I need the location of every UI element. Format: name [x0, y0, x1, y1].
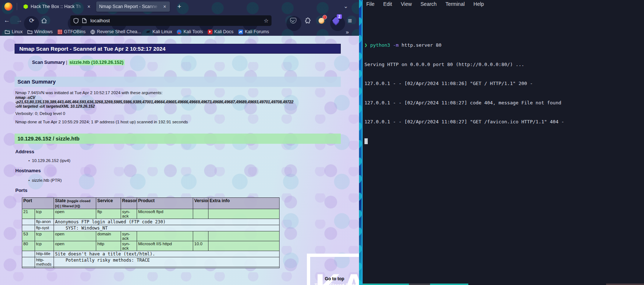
- script-row-ftp-anon: ftp-anon Anonymous FTP login allowed (FT…: [22, 219, 280, 225]
- extension-wappalyzer-button[interactable]: 2: [332, 17, 340, 25]
- scan-summary-heading: Scan Summary: [15, 77, 341, 87]
- terminal-menubar: File Edit View Search Terminal Help: [363, 0, 644, 8]
- script-row-ftp-syst: ftp-syst SYST: Windows_NT: [22, 225, 280, 231]
- nmap-done-line: Nmap done at Tue Apr 2 10:55:29 2024; 1 …: [15, 120, 188, 124]
- bookmark-kali-linux[interactable]: Kali Linux: [146, 29, 172, 34]
- script-id: http-title: [35, 251, 54, 257]
- list-tabs-icon[interactable]: ⌄: [343, 3, 348, 9]
- col-extra: Extra info: [208, 198, 280, 209]
- tab-hack-the-box[interactable]: Hack The Box :: Hack Th ×: [20, 1, 94, 12]
- tab-close-icon[interactable]: ×: [87, 4, 91, 9]
- reason-cell: syn-ack: [121, 209, 137, 219]
- bookmark-label: Windows: [34, 29, 53, 34]
- app-menu-button[interactable]: ≡: [346, 17, 354, 25]
- address-heading: Address: [15, 149, 34, 154]
- col-state: State (toggle closed [0] | filtered [0]): [54, 198, 96, 209]
- tab-title: Nmap Scan Report - Scanne: [99, 4, 160, 9]
- bookmark-reverse-shell[interactable]: Reverse Shell Chea...: [90, 29, 141, 34]
- version-cell: 10.0: [193, 241, 208, 251]
- port-cell: 21: [22, 209, 35, 219]
- extra-cell: [208, 241, 280, 251]
- menu-view[interactable]: View: [401, 1, 412, 7]
- pocket-icon: [290, 18, 296, 23]
- service-cell: domain: [96, 231, 121, 241]
- report-nav: Scan Summary|sizzle.htb (10.129.26.152): [32, 60, 125, 65]
- hostname-item: sizzle.htb (PTR): [28, 178, 62, 182]
- bookmark-folder-linux[interactable]: Linux: [5, 29, 23, 34]
- version-cell: [193, 231, 208, 241]
- empty-cell: [22, 219, 35, 225]
- home-button[interactable]: [39, 15, 50, 26]
- menu-edit[interactable]: Edit: [383, 1, 392, 7]
- product-cell: Microsoft IIS httpd: [137, 241, 193, 251]
- port-cell: 80: [22, 241, 35, 251]
- url-input[interactable]: localhost: [90, 18, 264, 23]
- menu-file[interactable]: File: [366, 1, 375, 7]
- terminal-screen[interactable]: ❯ python3 -m http.server 80 Serving HTTP…: [364, 29, 643, 157]
- bookmark-folder-windows[interactable]: Windows: [27, 29, 53, 34]
- terminal-cursor: [364, 138, 368, 144]
- menu-terminal[interactable]: Terminal: [445, 1, 465, 7]
- extension-badge: 2: [337, 14, 342, 19]
- gtfobins-icon: [58, 30, 62, 34]
- script-id: ftp-anon: [35, 219, 54, 225]
- clipped-row: [22, 267, 280, 268]
- forward-button[interactable]: →: [14, 15, 25, 26]
- script-row-http-title: http-title Site doesn't have a title (te…: [22, 251, 280, 257]
- globe-icon: [90, 30, 95, 34]
- back-button[interactable]: ←: [1, 15, 12, 26]
- scan-intro: Nmap 7.94SVN was initiated at Tue Apr 2 …: [15, 90, 163, 95]
- address-item: 10.129.26.152 (ipv4): [28, 158, 70, 163]
- menu-search[interactable]: Search: [421, 1, 437, 7]
- bookmark-kali-docs[interactable]: Kali Docs: [208, 29, 234, 34]
- extra-cell: [208, 231, 280, 241]
- account-button[interactable]: [317, 17, 325, 25]
- col-service: Service: [96, 198, 121, 209]
- panel-peek-strip: [606, 284, 644, 285]
- firefox-icon[interactable]: [4, 3, 12, 11]
- bookmark-kali-forums[interactable]: Kali Forums: [238, 29, 269, 34]
- command-args: http.server 80: [402, 42, 442, 48]
- kali-tools-icon: [177, 30, 182, 34]
- bookmark-kali-tools[interactable]: Kali Tools: [177, 29, 203, 34]
- go-to-top-link[interactable]: Go to top: [313, 276, 356, 281]
- menu-help[interactable]: Help: [473, 1, 484, 7]
- toggle-closed-ports-link[interactable]: Toggle Closed Ports: [308, 283, 359, 285]
- terminal-line: 127.0.0.1 - - [02/Apr/2024 11:08:27] cod…: [364, 100, 643, 106]
- terminal-window[interactable]: File Edit View Search Terminal Help ❯ py…: [362, 0, 644, 285]
- tab-nmap-report[interactable]: Nmap Scan Report - Scanne ×: [96, 1, 170, 12]
- empty-cell: [22, 267, 35, 268]
- htb-favicon-icon: [23, 4, 28, 9]
- pocket-button[interactable]: [289, 17, 297, 25]
- new-tab-button[interactable]: +: [175, 3, 184, 11]
- bookmark-gtfobins[interactable]: GTFOBins: [58, 29, 86, 34]
- host-link[interactable]: sizzle.htb (10.129.26.152): [69, 59, 125, 65]
- bookmarks-bar: Linux Windows GTFOBins Reverse Shell Che…: [0, 28, 359, 36]
- state-label: State: [55, 198, 66, 203]
- firefox-window: Hack The Box :: Hack Th × Nmap Scan Repo…: [0, 0, 359, 285]
- extensions-button[interactable]: [303, 17, 311, 25]
- terminal-line: Serving HTTP on 0.0.0.0 port 80 (http://…: [364, 61, 643, 68]
- bookmarks-overflow-icon[interactable]: »: [346, 29, 349, 35]
- reload-button[interactable]: ⟳: [26, 15, 37, 26]
- panel-peek-strip: [430, 284, 468, 285]
- url-bar[interactable]: localhost ☆: [70, 15, 272, 26]
- scan-summary-label: Scan Summary: [32, 60, 65, 65]
- product-cell: Microsoft ftpd: [137, 209, 193, 219]
- nav-separator: |: [66, 60, 67, 65]
- bookmark-star-icon[interactable]: ☆: [264, 18, 269, 24]
- tab-bar: Hack The Box :: Hack Th × Nmap Scan Repo…: [0, 0, 359, 13]
- bookmark-label: Reverse Shell Chea...: [97, 29, 141, 34]
- tab-close-icon[interactable]: ×: [163, 4, 167, 9]
- service-cell: http: [96, 241, 121, 251]
- report-title: Nmap Scan Report - Scanned at Tue Apr 2 …: [15, 44, 341, 54]
- port-row-80: 80 tcp open http syn-ack Microsoft IIS h…: [22, 241, 280, 251]
- ports-heading: Ports: [15, 188, 27, 193]
- kali-dragon-icon: [146, 30, 151, 34]
- shield-icon[interactable]: [73, 18, 79, 24]
- nmap-args-line1: nmap -sCV: [15, 95, 35, 100]
- script-output: Site doesn't have a title (text/html).: [54, 251, 280, 257]
- reason-cell: syn-ack: [121, 241, 137, 251]
- port-row-53: 53 tcp open domain syn-ack: [22, 231, 280, 241]
- page-info-icon[interactable]: [82, 18, 87, 23]
